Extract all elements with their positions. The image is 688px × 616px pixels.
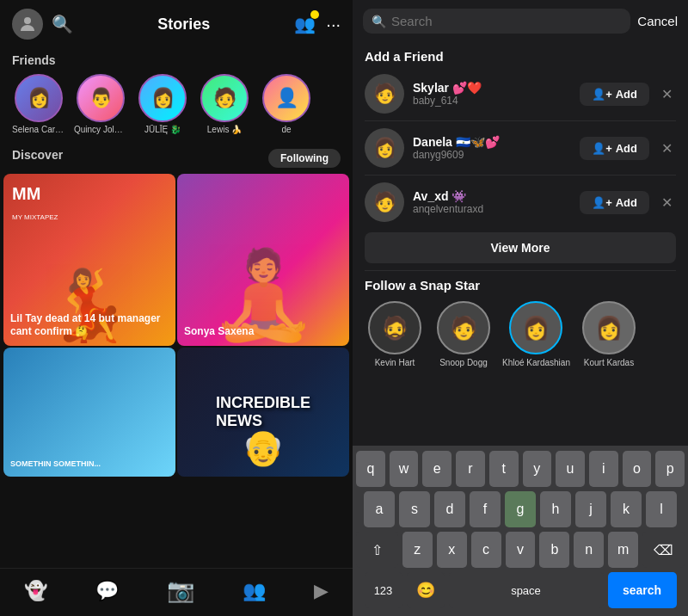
dismiss-button-0[interactable]: ✕ bbox=[658, 86, 676, 102]
add-friend-icon[interactable]: 👥 bbox=[294, 14, 316, 34]
discover-card-2[interactable]: SOMETHIN SOMETHIN... bbox=[3, 348, 175, 477]
user-avatar[interactable] bbox=[12, 9, 43, 40]
header-actions: 👥 ··· bbox=[294, 14, 341, 34]
dismiss-button-2[interactable]: ✕ bbox=[658, 194, 676, 211]
key-s[interactable]: s bbox=[399, 491, 430, 527]
discover-card-1[interactable]: 🧘 Sonya Saxena bbox=[177, 174, 349, 346]
more-options-icon[interactable]: ··· bbox=[326, 15, 341, 34]
friend-avatar-2: 👩 bbox=[138, 74, 187, 122]
search-icon-right: 🔍 bbox=[372, 15, 386, 28]
key-l[interactable]: l bbox=[646, 491, 677, 527]
list-item[interactable]: 👩 Kourt Kardas bbox=[579, 301, 639, 367]
list-item[interactable]: 👩 Khloé Kardashian bbox=[502, 301, 570, 367]
nav-friends-icon[interactable]: 👥 bbox=[243, 580, 266, 602]
list-item[interactable]: 👩 JŪLĪĘ 🐉 bbox=[136, 74, 189, 134]
friend-avatar-1: 👨 bbox=[77, 74, 125, 122]
shift-key[interactable]: ⇧ bbox=[356, 532, 398, 568]
add-icon-0: 👤+ bbox=[592, 88, 612, 101]
friend-avatar-4: 👤 bbox=[262, 74, 310, 122]
key-t[interactable]: t bbox=[489, 451, 519, 487]
following-button[interactable]: Following bbox=[268, 149, 341, 168]
discover-card-0[interactable]: MMMY MIXTAPEZ 💃 Lil Tay dead at 14 but m… bbox=[3, 174, 175, 346]
key-n[interactable]: n bbox=[574, 532, 604, 568]
suggest-name-1: Danela 🇸🇻🦋💕 bbox=[413, 135, 571, 149]
key-j[interactable]: j bbox=[575, 491, 606, 527]
list-item[interactable]: 🧑 Snoop Dogg bbox=[433, 301, 494, 367]
card-overlay-0: Lil Tay dead at 14 but manager cant conf… bbox=[10, 312, 169, 339]
suggest-info-1: Danela 🇸🇻🦋💕 danyg9609 bbox=[413, 135, 571, 161]
key-e[interactable]: e bbox=[422, 451, 452, 487]
star-name-0: Kevin Hart bbox=[375, 358, 415, 367]
space-key[interactable]: space bbox=[449, 572, 604, 608]
left-header: 🔍 Stories 👥 ··· bbox=[0, 0, 353, 48]
list-item[interactable]: 👨 Quincy Jolae 🔴 bbox=[74, 74, 127, 134]
friend-name-3: Lewis 🍌 bbox=[207, 125, 242, 134]
card-overlay-1: Sonya Saxena bbox=[184, 325, 342, 339]
nav-chat-icon[interactable]: 💬 bbox=[95, 580, 119, 602]
card-overlay-2: SOMETHIN SOMETHIN... bbox=[10, 459, 169, 470]
delete-key[interactable]: ⌫ bbox=[642, 532, 685, 568]
list-item: 🧑 Av_xd 👾 anqelventuraxd 👤+ Add ✕ bbox=[353, 176, 688, 229]
key-b[interactable]: b bbox=[539, 532, 569, 568]
search-key[interactable]: search bbox=[608, 572, 677, 608]
friend-name-2: JŪLĪĘ 🐉 bbox=[144, 125, 181, 134]
suggest-username-2: anqelventuraxd bbox=[413, 203, 571, 215]
search-input-wrap[interactable]: 🔍 bbox=[363, 9, 630, 34]
card-title-2: SOMETHIN SOMETHIN... bbox=[10, 459, 169, 470]
emoji-key[interactable]: 😊 bbox=[407, 572, 445, 608]
add-button-0[interactable]: 👤+ Add bbox=[580, 83, 649, 106]
key-k[interactable]: k bbox=[611, 491, 642, 527]
keyboard: q w e r t y u i o p a s d f g h j k l ⇧ … bbox=[353, 446, 688, 616]
card-title-0: Lil Tay dead at 14 but manager cant conf… bbox=[10, 312, 169, 339]
search-icon[interactable]: 🔍 bbox=[52, 14, 73, 34]
key-u[interactable]: u bbox=[556, 451, 585, 487]
add-button-2[interactable]: 👤+ Add bbox=[580, 191, 649, 214]
star-name-3: Kourt Kardas bbox=[584, 358, 634, 367]
key-a[interactable]: a bbox=[364, 491, 395, 527]
view-more-button[interactable]: View More bbox=[365, 232, 676, 263]
friends-section: Friends 👩 Selena Carrizales... 👨 Quincy … bbox=[0, 48, 353, 141]
key-x[interactable]: x bbox=[437, 532, 467, 568]
key-m[interactable]: m bbox=[608, 532, 638, 568]
friend-name-1: Quincy Jolae 🔴 bbox=[74, 125, 127, 134]
key-f[interactable]: f bbox=[470, 491, 501, 527]
key-p[interactable]: p bbox=[655, 451, 685, 487]
friend-avatar-0: 👩 bbox=[15, 74, 63, 122]
suggest-username-0: baby_614 bbox=[413, 95, 571, 107]
cancel-button[interactable]: Cancel bbox=[637, 14, 678, 28]
search-input[interactable] bbox=[391, 14, 622, 28]
svg-point-0 bbox=[24, 17, 31, 24]
key-w[interactable]: w bbox=[390, 451, 419, 487]
key-y[interactable]: y bbox=[523, 451, 552, 487]
list-item[interactable]: 👤 de bbox=[260, 74, 313, 134]
add-button-1[interactable]: 👤+ Add bbox=[580, 137, 649, 160]
snap-star-label: Follow a Snap Star bbox=[353, 271, 688, 296]
key-h[interactable]: h bbox=[540, 491, 571, 527]
star-avatar-1: 🧑 bbox=[437, 301, 490, 354]
dismiss-button-1[interactable]: ✕ bbox=[658, 140, 676, 157]
key-c[interactable]: c bbox=[471, 532, 501, 568]
key-q[interactable]: q bbox=[356, 451, 385, 487]
list-item[interactable]: 🧑 Lewis 🍌 bbox=[198, 74, 251, 134]
number-key[interactable]: 123 bbox=[365, 572, 402, 608]
discover-card-3[interactable]: INCREDIBLE NEWS 👴 bbox=[177, 348, 349, 477]
key-row-3: ⇧ z x c v b n m ⌫ bbox=[356, 532, 685, 568]
list-item[interactable]: 🧔 Kevin Hart bbox=[365, 301, 425, 367]
star-name-2: Khloé Kardashian bbox=[502, 358, 570, 367]
key-z[interactable]: z bbox=[402, 532, 433, 568]
list-item[interactable]: 👩 Selena Carrizales... bbox=[12, 74, 65, 134]
nav-play-icon[interactable]: ▶ bbox=[314, 580, 329, 602]
nav-ghost-icon[interactable]: 👻 bbox=[24, 580, 47, 602]
nav-camera-icon[interactable]: 📷 bbox=[167, 577, 194, 604]
key-d[interactable]: d bbox=[434, 491, 465, 527]
search-bar-row: 🔍 Cancel bbox=[353, 0, 688, 42]
key-g[interactable]: g bbox=[505, 491, 536, 527]
key-v[interactable]: v bbox=[506, 532, 536, 568]
key-o[interactable]: o bbox=[623, 451, 652, 487]
key-row-2: a s d f g h j k l bbox=[356, 491, 685, 527]
key-i[interactable]: i bbox=[589, 451, 618, 487]
card-title-1: Sonya Saxena bbox=[184, 325, 342, 339]
suggest-avatar-2: 🧑 bbox=[365, 182, 404, 222]
key-r[interactable]: r bbox=[456, 451, 485, 487]
list-item: 🧑 Skylar 💕❤️ baby_614 👤+ Add ✕ bbox=[353, 67, 688, 120]
